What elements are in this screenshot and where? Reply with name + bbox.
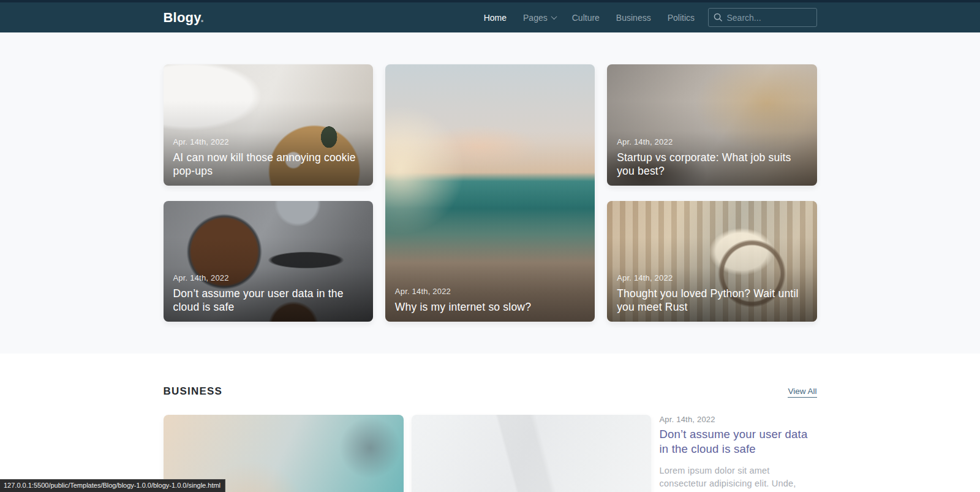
main-nav: Home Pages Culture Business Politics (484, 2, 695, 32)
view-all-link[interactable]: View All (788, 387, 816, 398)
post-date: Apr. 14th, 2022 (173, 273, 363, 282)
image-shade-overlay (385, 64, 595, 322)
search-icon (714, 13, 723, 22)
status-bar-url: 127.0.0.1:5500/public/Templates/Blog/blo… (0, 479, 225, 492)
business-article-date: Apr. 14th, 2022 (660, 415, 817, 424)
post-card-text: Apr. 14th, 2022 Don’t assume your user d… (164, 273, 373, 322)
post-title: Why is my internet so slow? (395, 300, 585, 314)
chevron-down-icon (551, 13, 557, 20)
business-article-image-white-architecture[interactable] (412, 415, 651, 492)
post-card-text: Apr. 14th, 2022 AI can now kill those an… (164, 137, 373, 186)
post-date: Apr. 14th, 2022 (173, 137, 363, 146)
nav-item-culture-label: Culture (572, 13, 600, 23)
post-date: Apr. 14th, 2022 (617, 273, 807, 282)
business-article-title[interactable]: Don’t assume your user data in the cloud… (660, 427, 817, 456)
business-section: BUSINESS View All Apr. 14th, 2022 Don’t … (0, 354, 980, 492)
search-box (708, 8, 817, 27)
nav-item-home[interactable]: Home (484, 13, 507, 23)
post-title: Thought you loved Python? Wait until you… (617, 287, 807, 314)
post-card-cookie-popups[interactable]: Apr. 14th, 2022 AI can now kill those an… (164, 64, 373, 186)
business-section-head: BUSINESS View All (164, 385, 817, 398)
site-logo-dot: . (200, 10, 204, 25)
hero-posts-grid: Apr. 14th, 2022 AI can now kill those an… (164, 64, 817, 322)
site-logo[interactable]: Blogy. (164, 10, 205, 26)
nav-item-culture[interactable]: Culture (572, 13, 600, 23)
post-card-cloud-data[interactable]: Apr. 14th, 2022 Don’t assume your user d… (164, 201, 373, 322)
business-article-excerpt: Lorem ipsum dolor sit amet consectetur a… (660, 464, 817, 492)
business-heading: BUSINESS (164, 385, 223, 398)
site-logo-text: Blogy (164, 10, 200, 25)
post-card-slow-internet[interactable]: Apr. 14th, 2022 Why is my internet so sl… (385, 64, 595, 322)
post-date: Apr. 14th, 2022 (395, 287, 585, 296)
post-card-startup-vs-corporate[interactable]: Apr. 14th, 2022 Startup vs corporate: Wh… (607, 64, 816, 186)
post-card-python-rust[interactable]: Apr. 14th, 2022 Thought you loved Python… (607, 201, 816, 322)
post-title: Don’t assume your user data in the cloud… (173, 287, 363, 314)
nav-item-business-label: Business (616, 13, 651, 23)
nav-item-politics[interactable]: Politics (668, 13, 695, 23)
post-title: Startup vs corporate: What job suits you… (617, 151, 807, 178)
post-date: Apr. 14th, 2022 (617, 137, 807, 146)
post-card-text: Apr. 14th, 2022 Why is my internet so sl… (385, 287, 595, 322)
nav-item-pages-label: Pages (523, 13, 548, 23)
nav-item-home-label: Home (484, 13, 507, 23)
business-articles-row: Apr. 14th, 2022 Don’t assume your user d… (164, 415, 817, 492)
nav-item-politics-label: Politics (668, 13, 695, 23)
business-article-text: Apr. 14th, 2022 Don’t assume your user d… (660, 415, 817, 492)
nav-item-business[interactable]: Business (616, 13, 651, 23)
post-card-text: Apr. 14th, 2022 Startup vs corporate: Wh… (607, 137, 816, 186)
post-title: AI can now kill those annoying cookie po… (173, 151, 363, 178)
site-header: Blogy. Home Pages Culture Business Polit… (0, 0, 980, 32)
search-input[interactable] (727, 13, 812, 23)
post-card-text: Apr. 14th, 2022 Thought you loved Python… (607, 273, 816, 322)
hero-section: Apr. 14th, 2022 AI can now kill those an… (0, 32, 980, 354)
nav-item-pages[interactable]: Pages (523, 13, 556, 23)
